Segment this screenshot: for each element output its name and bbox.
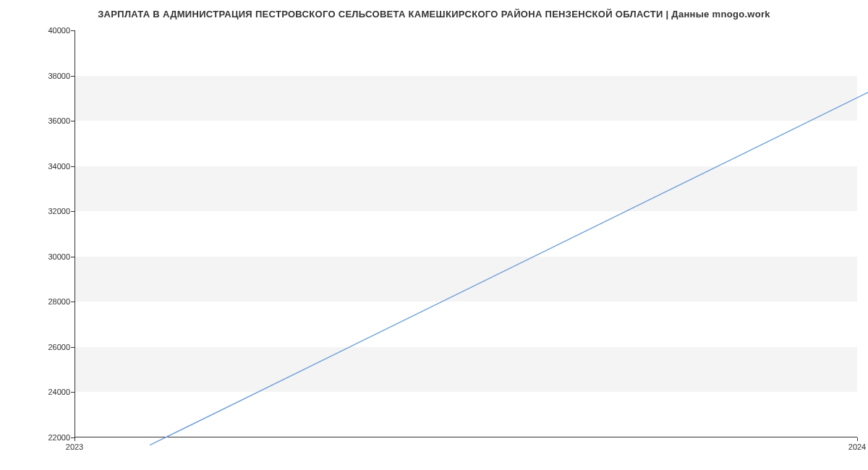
y-tick-label: 40000: [34, 26, 70, 35]
y-tick-mark: [71, 347, 75, 348]
y-tick-label: 22000: [34, 433, 70, 442]
y-tick-label: 24000: [34, 388, 70, 396]
y-tick-mark: [71, 257, 75, 257]
x-tick-mark: [75, 437, 75, 441]
y-tick-mark: [71, 392, 75, 393]
x-tick-mark: [857, 437, 858, 441]
plot-area: [75, 30, 857, 437]
chart-title: ЗАРПЛАТА В АДМИНИСТРАЦИЯ ПЕСТРОВСКОГО СЕ…: [0, 9, 868, 20]
y-tick-label: 36000: [34, 116, 70, 125]
y-tick-mark: [71, 166, 75, 167]
y-tick-mark: [71, 211, 75, 212]
y-tick-mark: [71, 121, 75, 121]
y-tick-mark: [71, 30, 75, 31]
y-tick-label: 38000: [34, 72, 70, 80]
y-tick-label: 34000: [34, 162, 70, 171]
y-tick-label: 30000: [34, 252, 70, 261]
chart-line: [150, 61, 868, 468]
chart-container: ЗАРПЛАТА В АДМИНИСТРАЦИЯ ПЕСТРОВСКОГО СЕ…: [0, 0, 868, 470]
y-tick-label: 26000: [34, 343, 70, 351]
y-tick-mark: [71, 302, 75, 302]
y-tick-mark: [71, 76, 75, 77]
x-tick-label: 2023: [66, 443, 83, 451]
y-tick-label: 32000: [34, 207, 70, 215]
y-tick-label: 28000: [34, 297, 70, 306]
x-tick-label: 2024: [848, 443, 866, 451]
